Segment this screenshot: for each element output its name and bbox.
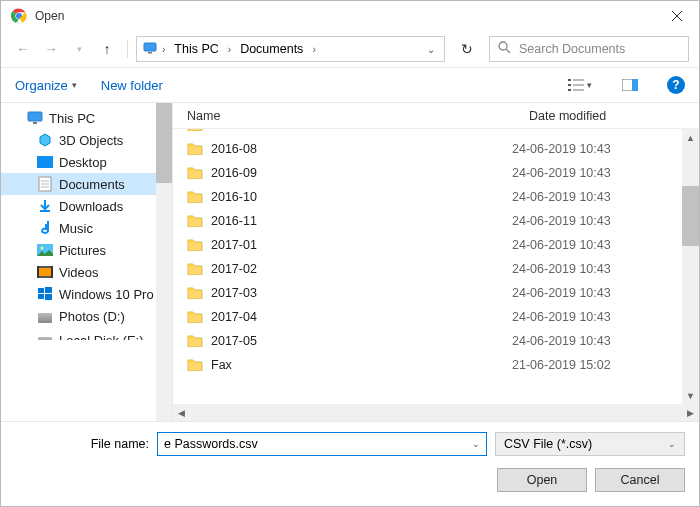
- filename-label: File name:: [15, 437, 149, 451]
- svg-rect-28: [45, 287, 52, 293]
- column-date[interactable]: Date modified: [529, 109, 699, 123]
- tree-item-label: Local Disk (E:): [59, 333, 144, 348]
- file-name: 2017-03: [211, 286, 512, 300]
- tree-item-label: Photos (D:): [59, 309, 125, 324]
- svg-rect-15: [33, 122, 37, 124]
- column-header[interactable]: Name Date modified: [173, 103, 699, 129]
- tree-item-this-pc[interactable]: This PC: [1, 107, 172, 129]
- chevron-down-icon[interactable]: ⌄: [668, 439, 676, 449]
- file-row[interactable]: 2016-1024-06-2019 10:43: [173, 185, 682, 209]
- breadcrumb-item[interactable]: This PC: [170, 40, 222, 58]
- folder-icon: [187, 237, 205, 253]
- search-icon: [498, 41, 511, 57]
- search-input[interactable]: Search Documents: [489, 36, 689, 62]
- file-row[interactable]: [173, 129, 682, 137]
- vertical-scrollbar[interactable]: ▲ ▼: [682, 129, 699, 404]
- folder-icon: [187, 357, 205, 373]
- tree-scrollbar[interactable]: [156, 103, 172, 421]
- tree-item-label: Windows 10 Pro: [59, 287, 154, 302]
- svg-rect-8: [568, 84, 571, 86]
- refresh-button[interactable]: ↻: [453, 36, 481, 62]
- scroll-thumb[interactable]: [682, 186, 699, 246]
- tree-item-documents[interactable]: Documents: [1, 173, 172, 195]
- file-date: 24-06-2019 10:43: [512, 310, 682, 324]
- desktop-icon: [37, 154, 53, 170]
- file-row[interactable]: 2016-1124-06-2019 10:43: [173, 209, 682, 233]
- svg-rect-10: [568, 89, 571, 91]
- close-button[interactable]: [654, 1, 699, 31]
- nav-bar: ← → ▾ ↑ › This PC › Documents › ⌄ ↻ Sear…: [1, 31, 699, 67]
- pc-icon: [143, 42, 157, 57]
- chevron-right-icon[interactable]: ›: [159, 44, 168, 55]
- tree-item-label: Videos: [59, 265, 99, 280]
- tree-item-photos-d-[interactable]: Photos (D:): [1, 305, 172, 327]
- breadcrumb-item[interactable]: Documents: [236, 40, 307, 58]
- svg-rect-29: [38, 294, 44, 299]
- folder-icon: [187, 333, 205, 349]
- tree-item-downloads[interactable]: Downloads: [1, 195, 172, 217]
- title-bar: Open: [1, 1, 699, 31]
- file-row[interactable]: 2017-0324-06-2019 10:43: [173, 281, 682, 305]
- horizontal-scrollbar[interactable]: ◀ ▶: [173, 404, 699, 421]
- tree-item-3d-objects[interactable]: 3D Objects: [1, 129, 172, 151]
- pc-icon: [27, 110, 43, 126]
- up-button[interactable]: ↑: [95, 37, 119, 61]
- tree-item-label: 3D Objects: [59, 133, 123, 148]
- file-list[interactable]: 2016-0824-06-2019 10:432016-0924-06-2019…: [173, 129, 699, 421]
- open-button[interactable]: Open: [497, 468, 587, 492]
- file-row[interactable]: 2017-0424-06-2019 10:43: [173, 305, 682, 329]
- chevron-right-icon[interactable]: ›: [225, 44, 234, 55]
- help-button[interactable]: ?: [667, 76, 685, 94]
- tree-item-label: Downloads: [59, 199, 123, 214]
- scroll-thumb[interactable]: [156, 103, 172, 183]
- file-name: 2017-05: [211, 334, 512, 348]
- file-date: 24-06-2019 10:43: [512, 262, 682, 276]
- forward-button[interactable]: →: [39, 37, 63, 61]
- windows-icon: [37, 286, 53, 302]
- tree-item-label: Music: [59, 221, 93, 236]
- file-name: 2016-09: [211, 166, 512, 180]
- tree-item-local-disk-e-[interactable]: Local Disk (E:): [1, 329, 172, 351]
- file-row[interactable]: 2017-0124-06-2019 10:43: [173, 233, 682, 257]
- new-folder-button[interactable]: New folder: [101, 78, 163, 93]
- tree-item-windows-10-pro[interactable]: Windows 10 Pro: [1, 283, 172, 305]
- svg-rect-9: [573, 84, 584, 86]
- scroll-right-icon[interactable]: ▶: [682, 404, 699, 421]
- cancel-button[interactable]: Cancel: [595, 468, 685, 492]
- documents-icon: [37, 176, 53, 192]
- tree-item-label: Documents: [59, 177, 125, 192]
- file-row[interactable]: 2016-0824-06-2019 10:43: [173, 137, 682, 161]
- chevron-right-icon[interactable]: ›: [309, 44, 318, 55]
- breadcrumb-dropdown[interactable]: ⌄: [424, 44, 438, 55]
- tree-item-videos[interactable]: Videos: [1, 261, 172, 283]
- chevron-down-icon[interactable]: ⌄: [472, 439, 480, 449]
- svg-rect-13: [632, 79, 638, 91]
- tree-item-desktop[interactable]: Desktop: [1, 151, 172, 173]
- main-area: This PC3D ObjectsDesktopDocumentsDownloa…: [1, 103, 699, 421]
- scroll-left-icon[interactable]: ◀: [173, 404, 190, 421]
- file-row[interactable]: Fax21-06-2019 15:02: [173, 353, 682, 377]
- pictures-icon: [37, 242, 53, 258]
- tree-view[interactable]: This PC3D ObjectsDesktopDocumentsDownloa…: [1, 103, 173, 421]
- recent-dropdown[interactable]: ▾: [67, 37, 91, 61]
- file-name: 2016-10: [211, 190, 512, 204]
- view-button[interactable]: ▾: [567, 72, 593, 98]
- tree-item-label: Desktop: [59, 155, 107, 170]
- tree-item-pictures[interactable]: Pictures: [1, 239, 172, 261]
- file-row[interactable]: 2017-0224-06-2019 10:43: [173, 257, 682, 281]
- file-row[interactable]: 2017-0524-06-2019 10:43: [173, 329, 682, 353]
- chevron-down-icon: ▾: [587, 80, 592, 90]
- scroll-up-icon[interactable]: ▲: [682, 129, 699, 146]
- file-name: 2017-01: [211, 238, 512, 252]
- organize-button[interactable]: Organize ▾: [15, 78, 77, 93]
- file-row[interactable]: 2016-0924-06-2019 10:43: [173, 161, 682, 185]
- file-date: 24-06-2019 10:43: [512, 238, 682, 252]
- filename-input[interactable]: e Passwords.csv ⌄: [157, 432, 487, 456]
- scroll-down-icon[interactable]: ▼: [682, 387, 699, 404]
- filetype-select[interactable]: CSV File (*.csv) ⌄: [495, 432, 685, 456]
- preview-pane-button[interactable]: [617, 72, 643, 98]
- column-name[interactable]: Name: [187, 109, 529, 123]
- back-button[interactable]: ←: [11, 37, 35, 61]
- breadcrumb[interactable]: › This PC › Documents › ⌄: [136, 36, 445, 62]
- tree-item-music[interactable]: Music: [1, 217, 172, 239]
